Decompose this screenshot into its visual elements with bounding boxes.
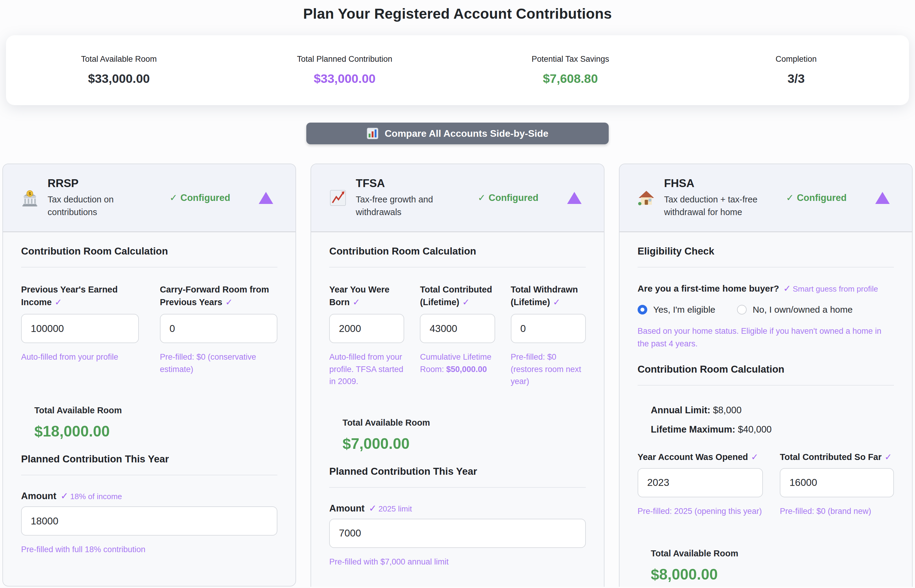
radio-label: Yes, I'm eligible [653,305,715,315]
fhsa-radio-yes-option[interactable]: Yes, I'm eligible [637,305,715,315]
fhsa-title: FHSA [664,177,786,190]
rrsp-earned-income-input[interactable] [21,314,139,343]
divider [329,267,586,268]
fhsa-configured-badge: ✓Configured [786,192,847,204]
tfsa-total-available-room: $7,000.00 [342,435,586,452]
field-helper: Pre-filled: $0 (conservative estimate) [160,351,278,375]
rrsp-card: $ RRSP Tax deduction on contributions ✓C… [2,163,296,586]
field-helper: Pre-filled: $0 (brand new) [780,505,894,517]
fhsa-body: Eligibility Check Are you a first-time h… [620,246,912,587]
tfsa-amount-label: Amount✓2025 limit [329,503,586,514]
rrsp-amount-label: Amount✓18% of income [21,490,278,502]
account-cards: $ RRSP Tax deduction on contributions ✓C… [0,163,915,587]
divider [21,267,278,268]
radio-unselected-icon[interactable] [737,305,747,315]
rrsp-amount-input[interactable] [21,506,278,536]
stat-label: Completion [683,55,909,64]
tfsa-year-born-input[interactable] [329,314,404,343]
field-helper: Pre-filled: $0 (restores room next year) [511,351,586,388]
rrsp-configured-badge: ✓Configured [169,192,230,204]
rrsp-section-planned: Planned Contribution This Year [21,453,278,465]
tfsa-section-planned: Planned Contribution This Year [329,466,586,477]
field-label: Year You Were Born✓ [329,283,404,309]
rrsp-section-contribution-room: Contribution Room Calculation [21,246,278,257]
rrsp-total-available-room: $18,000.00 [34,423,278,440]
tfsa-amount-helper: Pre-filled with $7,000 annual limit [329,556,586,568]
tfsa-title: TFSA [356,177,446,190]
chart-up-icon [329,189,347,207]
fhsa-eligibility-helper: Based on your home status. Eligible if y… [637,325,894,351]
collapse-arrow-icon[interactable] [259,192,273,204]
tfsa-subtitle: Tax-free growth and withdrawals [356,193,446,218]
fhsa-total-available-room: $8,000.00 [651,566,894,583]
fhsa-fields-row: Year Account Was Opened✓ Pre-filled: 202… [637,451,894,517]
field-label: Year Account Was Opened✓ [637,451,763,463]
collapse-arrow-icon[interactable] [875,192,890,204]
rrsp-carry-forward-input[interactable] [160,314,278,343]
fhsa-eligibility-radios: Yes, I'm eligible No, I own/owned a home [637,305,894,315]
stat-value: $33,000.00 [6,72,232,86]
check-icon: ✓ [462,297,470,307]
divider [637,267,894,268]
tfsa-fields-row: Year You Were Born✓ Auto-filled from you… [329,283,586,388]
stat-value: $33,000.00 [232,72,458,86]
check-icon: ✓ [225,297,232,307]
check-icon: ✓ [61,491,68,501]
tfsa-card-header[interactable]: TFSA Tax-free growth and withdrawals ✓Co… [311,164,604,232]
fhsa-card: FHSA Tax deduction + tax-free withdrawal… [619,163,913,587]
check-icon: ✓ [55,297,62,307]
fhsa-section-eligibility: Eligibility Check [637,246,894,257]
fhsa-card-header[interactable]: FHSA Tax deduction + tax-free withdrawal… [620,164,912,232]
stat-value: 3/3 [683,72,909,86]
fhsa-section-contribution-room: Contribution Room Calculation [637,363,894,375]
fhsa-year-opened-input[interactable] [637,468,763,498]
tfsa-total-withdrawn-input[interactable] [511,314,586,343]
field-helper: Auto-filled from your profile [21,351,139,363]
house-icon [637,189,655,207]
fhsa-titles: FHSA Tax deduction + tax-free withdrawal… [664,177,786,218]
result-label: Total Available Room [34,405,278,415]
field-label: Total Contributed (Lifetime)✓ [420,283,495,309]
fhsa-first-time-buyer-question: Are you a first-time home buyer?✓Smart g… [637,283,894,294]
tfsa-total-contributed-input[interactable] [420,314,495,343]
check-icon: ✓ [369,503,376,514]
rrsp-carry-forward-field: Carry-Forward Room from Previous Years✓ … [160,283,278,375]
page-title: Plan Your Registered Account Contributio… [0,5,915,22]
stat-total-planned-contribution: Total Planned Contribution $33,000.00 [232,55,458,86]
rrsp-earned-income-field: Previous Year's Earned Income✓ Auto-fill… [21,283,139,375]
fhsa-radio-no-option[interactable]: No, I own/owned a home [737,305,853,315]
annual-limit-row: Annual Limit: $8,000 [651,405,894,416]
tfsa-result: Total Available Room $7,000.00 [329,418,586,452]
rrsp-card-header[interactable]: $ RRSP Tax deduction on contributions ✓C… [3,164,295,232]
rrsp-title: RRSP [48,177,147,190]
radio-selected-icon[interactable] [637,305,647,315]
fhsa-contributed-so-far-input[interactable] [780,468,894,498]
svg-text:$: $ [29,191,31,196]
check-icon: ✓ [786,192,794,203]
compare-row: Compare All Accounts Side-by-Side [0,123,915,144]
tfsa-configured-badge: ✓Configured [478,192,538,204]
tfsa-card: TFSA Tax-free growth and withdrawals ✓Co… [310,163,604,587]
fhsa-subtitle: Tax deduction + tax-free withdrawal for … [664,193,786,218]
bank-icon: $ [21,189,39,207]
field-label: Carry-Forward Room from Previous Years✓ [160,283,278,309]
collapse-arrow-icon[interactable] [567,192,582,204]
divider [21,475,278,475]
field-helper: Pre-filled: 2025 (opening this year) [637,505,763,517]
stat-label: Potential Tax Savings [457,55,683,64]
compare-all-accounts-button[interactable]: Compare All Accounts Side-by-Side [306,123,609,144]
bar-chart-icon [366,128,379,139]
check-icon: ✓ [884,452,892,462]
lifetime-maximum-row: Lifetime Maximum: $40,000 [651,424,894,435]
rrsp-body: Contribution Room Calculation Previous Y… [3,246,295,568]
rrsp-subtitle: Tax deduction on contributions [48,193,147,218]
check-icon: ✓ [353,297,360,307]
field-label: Previous Year's Earned Income✓ [21,283,139,309]
question-note: Smart guess from profile [793,284,878,293]
tfsa-amount-input[interactable] [329,519,586,548]
field-helper: Auto-filled from your profile. TFSA star… [329,351,404,388]
rrsp-result: Total Available Room $18,000.00 [21,405,278,440]
check-icon: ✓ [783,283,791,293]
stat-label: Total Planned Contribution [232,55,458,64]
compare-button-label: Compare All Accounts Side-by-Side [385,128,549,139]
